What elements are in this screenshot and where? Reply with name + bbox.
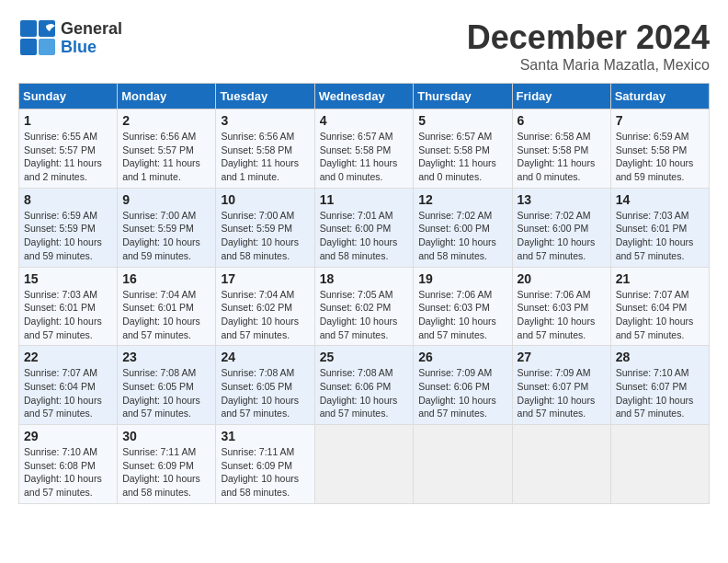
calendar-cell: 3Sunrise: 6:56 AMSunset: 5:58 PMDaylight… xyxy=(216,109,314,189)
day-info: Sunrise: 7:07 AMSunset: 6:04 PMDaylight:… xyxy=(24,366,112,420)
day-number: 29 xyxy=(24,429,112,443)
calendar-cell: 30Sunrise: 7:11 AMSunset: 6:09 PMDayligh… xyxy=(118,425,216,504)
day-info: Sunrise: 6:56 AMSunset: 5:58 PMDaylight:… xyxy=(221,130,309,184)
day-number: 24 xyxy=(221,350,309,364)
calendar-cell: 15Sunrise: 7:03 AMSunset: 6:01 PMDayligh… xyxy=(19,267,118,346)
day-number: 3 xyxy=(221,113,309,128)
day-number: 23 xyxy=(122,350,210,364)
day-number: 17 xyxy=(221,271,309,286)
calendar-cell: 1Sunrise: 6:55 AMSunset: 5:57 PMDaylight… xyxy=(19,109,118,189)
day-info: Sunrise: 6:59 AMSunset: 5:59 PMDaylight:… xyxy=(24,209,112,263)
day-number: 5 xyxy=(418,113,506,128)
day-number: 22 xyxy=(24,350,112,364)
day-info: Sunrise: 6:56 AMSunset: 5:57 PMDaylight:… xyxy=(122,130,210,184)
calendar-cell: 24Sunrise: 7:08 AMSunset: 6:05 PMDayligh… xyxy=(216,346,314,425)
day-number: 8 xyxy=(24,192,112,207)
day-info: Sunrise: 7:04 AMSunset: 6:01 PMDaylight:… xyxy=(122,288,210,342)
title-area: December 2024 Santa Maria Mazatla, Mexic… xyxy=(467,18,710,74)
logo-blue: Blue xyxy=(61,39,122,57)
month-title: December 2024 xyxy=(467,18,710,57)
day-info: Sunrise: 7:01 AMSunset: 6:00 PMDaylight:… xyxy=(320,209,409,263)
day-number: 20 xyxy=(518,271,606,286)
calendar-cell: 5Sunrise: 6:57 AMSunset: 5:58 PMDaylight… xyxy=(414,109,512,189)
day-info: Sunrise: 7:09 AMSunset: 6:06 PMDaylight:… xyxy=(418,366,506,420)
day-info: Sunrise: 7:08 AMSunset: 6:06 PMDaylight:… xyxy=(320,366,409,420)
day-info: Sunrise: 7:04 AMSunset: 6:02 PMDaylight:… xyxy=(221,288,309,342)
day-info: Sunrise: 7:08 AMSunset: 6:05 PMDaylight:… xyxy=(122,366,210,420)
svg-rect-2 xyxy=(20,39,37,55)
calendar-week-row: 15Sunrise: 7:03 AMSunset: 6:01 PMDayligh… xyxy=(19,267,710,346)
calendar-cell: 27Sunrise: 7:09 AMSunset: 6:07 PMDayligh… xyxy=(512,346,610,425)
day-number: 15 xyxy=(24,271,112,286)
calendar-week-row: 29Sunrise: 7:10 AMSunset: 6:08 PMDayligh… xyxy=(19,425,710,504)
day-number: 9 xyxy=(122,192,210,207)
calendar-cell: 22Sunrise: 7:07 AMSunset: 6:04 PMDayligh… xyxy=(19,346,118,425)
calendar-cell: 18Sunrise: 7:05 AMSunset: 6:02 PMDayligh… xyxy=(314,267,414,346)
calendar-cell: 6Sunrise: 6:58 AMSunset: 5:58 PMDaylight… xyxy=(512,109,610,189)
calendar-cell: 4Sunrise: 6:57 AMSunset: 5:58 PMDaylight… xyxy=(314,109,414,189)
calendar-week-row: 22Sunrise: 7:07 AMSunset: 6:04 PMDayligh… xyxy=(19,346,710,425)
day-info: Sunrise: 7:06 AMSunset: 6:03 PMDaylight:… xyxy=(418,288,506,342)
calendar-cell: 13Sunrise: 7:02 AMSunset: 6:00 PMDayligh… xyxy=(512,188,610,267)
calendar-day-header: Wednesday xyxy=(314,84,414,109)
calendar-day-header: Monday xyxy=(118,84,216,109)
day-number: 10 xyxy=(221,192,309,207)
day-info: Sunrise: 7:11 AMSunset: 6:09 PMDaylight:… xyxy=(221,445,309,500)
calendar-cell: 19Sunrise: 7:06 AMSunset: 6:03 PMDayligh… xyxy=(414,267,512,346)
logo-icon xyxy=(18,18,59,59)
calendar-cell xyxy=(610,425,709,504)
day-number: 25 xyxy=(320,350,409,364)
day-number: 26 xyxy=(418,350,506,364)
calendar-cell: 28Sunrise: 7:10 AMSunset: 6:07 PMDayligh… xyxy=(610,346,709,425)
calendar-cell: 10Sunrise: 7:00 AMSunset: 5:59 PMDayligh… xyxy=(216,188,314,267)
day-number: 2 xyxy=(122,113,210,128)
calendar-cell: 8Sunrise: 6:59 AMSunset: 5:59 PMDaylight… xyxy=(19,188,118,267)
day-number: 13 xyxy=(518,192,606,207)
calendar-cell: 14Sunrise: 7:03 AMSunset: 6:01 PMDayligh… xyxy=(610,188,709,267)
day-info: Sunrise: 6:57 AMSunset: 5:58 PMDaylight:… xyxy=(320,130,409,184)
calendar-cell xyxy=(414,425,512,504)
day-number: 11 xyxy=(320,192,409,207)
day-number: 28 xyxy=(616,350,704,364)
day-number: 6 xyxy=(518,113,606,128)
calendar-table: SundayMondayTuesdayWednesdayThursdayFrid… xyxy=(18,83,710,504)
day-info: Sunrise: 7:05 AMSunset: 6:02 PMDaylight:… xyxy=(320,288,409,342)
calendar-cell: 11Sunrise: 7:01 AMSunset: 6:00 PMDayligh… xyxy=(314,188,414,267)
day-info: Sunrise: 7:02 AMSunset: 6:00 PMDaylight:… xyxy=(518,209,606,263)
day-info: Sunrise: 7:02 AMSunset: 6:00 PMDaylight:… xyxy=(418,209,506,263)
calendar-week-row: 1Sunrise: 6:55 AMSunset: 5:57 PMDaylight… xyxy=(19,109,710,189)
day-number: 27 xyxy=(518,350,606,364)
day-number: 30 xyxy=(122,429,210,443)
calendar-cell: 21Sunrise: 7:07 AMSunset: 6:04 PMDayligh… xyxy=(610,267,709,346)
logo-general: General xyxy=(61,20,122,39)
day-info: Sunrise: 7:03 AMSunset: 6:01 PMDaylight:… xyxy=(24,288,112,342)
day-info: Sunrise: 7:00 AMSunset: 5:59 PMDaylight:… xyxy=(122,209,210,263)
calendar-week-row: 8Sunrise: 6:59 AMSunset: 5:59 PMDaylight… xyxy=(19,188,710,267)
calendar-day-header: Saturday xyxy=(610,84,709,109)
day-number: 18 xyxy=(320,271,409,286)
location-title: Santa Maria Mazatla, Mexico xyxy=(467,57,710,74)
day-number: 4 xyxy=(320,113,409,128)
day-number: 19 xyxy=(418,271,506,286)
calendar-cell: 2Sunrise: 6:56 AMSunset: 5:57 PMDaylight… xyxy=(118,109,216,189)
logo: General Blue xyxy=(18,18,122,59)
calendar-cell: 20Sunrise: 7:06 AMSunset: 6:03 PMDayligh… xyxy=(512,267,610,346)
day-info: Sunrise: 7:07 AMSunset: 6:04 PMDaylight:… xyxy=(616,288,704,342)
day-info: Sunrise: 7:08 AMSunset: 6:05 PMDaylight:… xyxy=(221,366,309,420)
calendar-day-header: Friday xyxy=(512,84,610,109)
calendar-cell: 16Sunrise: 7:04 AMSunset: 6:01 PMDayligh… xyxy=(118,267,216,346)
calendar-header-row: SundayMondayTuesdayWednesdayThursdayFrid… xyxy=(19,84,710,109)
svg-rect-3 xyxy=(39,39,55,55)
calendar-cell: 25Sunrise: 7:08 AMSunset: 6:06 PMDayligh… xyxy=(314,346,414,425)
day-info: Sunrise: 7:10 AMSunset: 6:08 PMDaylight:… xyxy=(24,445,112,500)
calendar-cell xyxy=(512,425,610,504)
calendar-day-header: Tuesday xyxy=(216,84,314,109)
day-info: Sunrise: 7:03 AMSunset: 6:01 PMDaylight:… xyxy=(616,209,704,263)
calendar-cell: 7Sunrise: 6:59 AMSunset: 5:58 PMDaylight… xyxy=(610,109,709,189)
day-info: Sunrise: 6:57 AMSunset: 5:58 PMDaylight:… xyxy=(418,130,506,184)
calendar-cell: 17Sunrise: 7:04 AMSunset: 6:02 PMDayligh… xyxy=(216,267,314,346)
day-info: Sunrise: 7:00 AMSunset: 5:59 PMDaylight:… xyxy=(221,209,309,263)
calendar-cell: 29Sunrise: 7:10 AMSunset: 6:08 PMDayligh… xyxy=(19,425,118,504)
calendar-day-header: Sunday xyxy=(19,84,118,109)
day-number: 7 xyxy=(616,113,704,128)
